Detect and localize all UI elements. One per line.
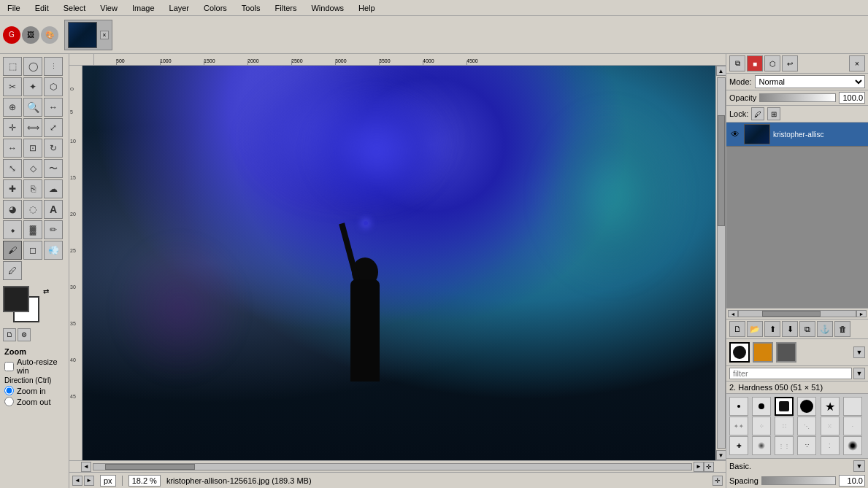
tool-align[interactable]: ⟺ [23,118,42,137]
menu-select[interactable]: Select [59,2,91,14]
brush-cell-soft[interactable] [843,436,862,455]
brush-cell-dots4[interactable]: ⁚ [821,436,840,455]
tool-flip[interactable]: ↔ [3,139,22,158]
menu-colors[interactable]: Colors [199,2,231,14]
brush-category-dropdown[interactable]: ▼ [853,460,865,472]
brush-swatch-dark[interactable] [776,342,796,363]
brush-cell-square-selected[interactable] [775,397,794,416]
swap-colors-button[interactable]: ⇄ [43,287,49,295]
menu-image[interactable]: Image [128,2,159,14]
tool-brush[interactable]: 🖌 [3,241,22,260]
brush-cell-scatter4[interactable]: ⋱ [797,417,816,435]
brush-swatch-circle[interactable] [729,342,750,363]
menu-help[interactable]: Help [354,2,380,14]
zoom-out-radio[interactable] [4,397,14,406]
lock-paint-button[interactable]: 🖊 [751,107,764,120]
tool-ink[interactable]: 🖊 [3,261,22,280]
brush-cell-star[interactable]: ★ [821,397,840,416]
layer-item[interactable]: 👁 kristopher-allisc [726,123,868,147]
layer-scroll-right[interactable]: ► [856,310,867,317]
tool-dodge-burn[interactable]: ◕ [3,200,22,219]
tool-bucket-fill[interactable]: ⬥ [3,220,22,239]
tool-paths[interactable]: ⬡ [44,77,63,96]
v-scroll-thumb[interactable] [718,115,725,226]
tool-rectangle-select[interactable]: ⬚ [3,57,22,76]
scroll-left-button[interactable]: ◄ [81,462,91,472]
brush-cell-scatter2[interactable]: ⁘ [752,417,771,435]
canvas-corner-button[interactable]: ✛ [704,462,714,472]
opacity-value[interactable] [839,92,865,104]
tool-smudge[interactable]: ☁ [44,179,63,198]
menu-edit[interactable]: Edit [31,2,53,14]
tool-blur[interactable]: ◌ [23,200,42,219]
nav-left-button[interactable]: ◄ [72,476,82,486]
brush-filter-input[interactable] [729,368,852,379]
mode-select[interactable]: Normal Multiply Screen Overlay [755,75,865,88]
layer-scroll-left[interactable]: ◄ [728,310,738,317]
nav-right-button[interactable]: ► [84,476,94,486]
foreground-color-swatch[interactable] [3,286,29,312]
tool-clone[interactable]: ⎘ [23,179,42,198]
brush-cell-cross[interactable]: ✚ [729,436,748,455]
rp-undo-icon[interactable]: ↩ [782,55,798,71]
layer-open-button[interactable]: 📂 [747,321,763,337]
config-button[interactable]: ⚙ [18,328,31,341]
layer-up-button[interactable]: ⬆ [764,321,780,337]
tab-close-button[interactable]: × [100,31,109,39]
tool-perspective[interactable]: ◇ [23,159,42,178]
menu-view[interactable]: View [96,2,122,14]
menu-file[interactable]: File [3,2,25,14]
layer-down-button[interactable]: ⬇ [782,321,798,337]
brush-cell-dot-medium[interactable] [752,397,771,416]
brush-cell-scatter5[interactable]: ⁙ [821,417,840,435]
rp-channels-icon[interactable]: ■ [747,55,763,71]
scroll-up-button[interactable]: ▲ [716,66,726,76]
tool-airbrush[interactable]: 💨 [44,241,63,260]
scroll-right-button[interactable]: ► [694,462,704,472]
layer-scroll-track[interactable] [738,310,856,317]
spacing-slider[interactable] [761,476,836,485]
tool-scissors[interactable]: ✂ [3,77,22,96]
new-image-button[interactable]: 🗋 [3,328,16,341]
brush-cell-dots1[interactable] [752,436,771,455]
h-scroll-track[interactable] [93,463,692,470]
lock-position-button[interactable]: ⊞ [767,107,780,120]
unit-selector[interactable]: px [100,475,116,487]
brush-filter-dropdown[interactable]: ▼ [853,368,865,379]
menu-filters[interactable]: Filters [271,2,302,14]
layer-anchor-button[interactable]: ⚓ [817,321,833,337]
zoom-display[interactable]: 18.2 % [128,475,161,487]
tool-color-picker[interactable]: ⊕ [3,98,22,117]
menu-windows[interactable]: Windows [307,2,348,14]
brush-cell-dot-small[interactable] [729,397,748,416]
layer-scroll-thumb[interactable] [762,311,821,317]
tool-text[interactable]: A [44,200,63,219]
tool-free-select[interactable]: ⋮ [44,57,63,76]
scroll-down-button[interactable]: ▼ [716,450,726,460]
opacity-slider[interactable] [759,93,836,102]
tool-ellipse-select[interactable]: ◯ [23,57,42,76]
brush-cell-1[interactable] [843,397,862,416]
h-scroll-thumb[interactable] [105,464,195,470]
layer-new-button[interactable]: 🗋 [729,321,745,337]
brush-panel-menu[interactable]: ▼ [853,346,865,358]
tool-heal[interactable]: ✚ [3,179,22,198]
main-image[interactable] [82,66,715,460]
tool-eraser[interactable]: ◻ [23,241,42,260]
tool-warp[interactable]: 〜 [44,159,63,178]
auto-resize-checkbox[interactable] [4,362,14,371]
brush-cell-dots2[interactable]: ⋮⋮ [775,436,794,455]
brush-cell-dots3[interactable]: ∵ [797,436,816,455]
menu-tools[interactable]: Tools [237,2,265,14]
rp-layers-icon[interactable]: ⧉ [729,55,745,71]
rp-paths-icon[interactable]: ⬡ [764,55,780,71]
layer-delete-button[interactable]: 🗑 [834,321,850,337]
layer-duplicate-button[interactable]: ⧉ [799,321,815,337]
tool-rotate[interactable]: ↻ [44,139,63,158]
brush-cell-circle-large[interactable] [797,397,816,416]
tool-zoom[interactable]: 🔍 [23,98,42,117]
status-corner-button[interactable]: ✛ [713,476,723,486]
rp-panel-close[interactable]: × [849,55,865,71]
brush-cell-scatter3[interactable]: ∷ [775,417,794,435]
tool-gradient[interactable]: ▓ [23,220,42,239]
